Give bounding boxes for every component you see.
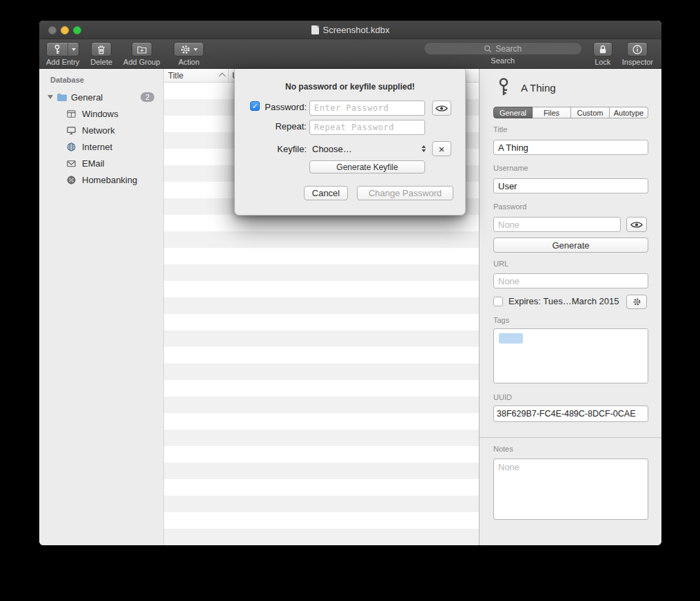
group-label: General [71,92,103,103]
minimize-button[interactable] [61,26,69,34]
keyfile-label: Keyfile: [262,144,307,154]
sidebar-header: Database [50,76,163,84]
group-label: EMail [82,158,105,169]
keyfile-value: Choose… [312,144,352,154]
globe-icon [66,142,76,152]
sidebar-item-internet[interactable]: Internet [39,138,163,155]
search-placeholder: Search [495,44,522,54]
monitor-icon [66,125,76,136]
folder-plus-icon [136,44,147,55]
inspector-tabs: General Files Custom Autotype [493,107,648,118]
url-label: URL [493,260,508,268]
group-label: Network [82,125,115,136]
lock-icon [597,44,608,55]
search-label: Search [491,56,515,65]
popup-stepper-icon [422,145,426,152]
add-group-label: Add Group [123,58,160,66]
inspector-toggle-button[interactable] [627,42,648,56]
delete-button[interactable] [91,42,112,56]
cancel-label: Cancel [312,188,340,198]
password-field[interactable] [493,217,621,232]
add-group-button[interactable] [132,42,152,56]
info-icon [632,44,643,55]
add-entry-label: Add Entry [46,58,79,66]
expires-settings-button[interactable] [626,295,647,309]
change-password-button[interactable]: Change Password [357,186,453,200]
password-label: Password [493,202,526,211]
notes-field[interactable] [493,458,648,520]
password-checkbox[interactable]: ✓ [250,101,260,111]
uuid-label: UUID [493,393,512,401]
search-input[interactable]: Search [424,42,582,55]
key-icon [493,76,514,98]
add-entry-button[interactable] [46,42,79,56]
tab-general[interactable]: General [493,107,533,118]
tab-files[interactable]: Files [532,107,571,118]
window-title-text: Screenshot.kdbx [323,25,390,35]
tag-token[interactable] [499,333,523,344]
sidebar-item-email[interactable]: EMail [39,155,163,171]
document-icon [311,25,319,34]
password-label: Password: [262,102,307,112]
titlebar[interactable]: Screenshot.kdbx [39,21,661,39]
window-title: Screenshot.kdbx [311,25,390,35]
expires-label: Expires: Tues…March 2015 [508,296,619,306]
clear-keyfile-button[interactable]: × [432,141,451,156]
action-label: Action [178,58,200,66]
show-password-button[interactable] [432,101,451,116]
add-entry-dropdown[interactable] [68,42,79,56]
tags-label: Tags [493,316,509,324]
divider [480,437,661,438]
folder-icon [56,92,68,103]
sort-ascending-icon [219,73,226,80]
toolbar: Add Entry Delete Add Group [39,39,661,69]
lock-button[interactable] [593,42,612,56]
disclosure-triangle-icon[interactable] [48,95,53,99]
action-button[interactable] [174,42,204,56]
envelope-icon [66,158,76,169]
show-password-button[interactable] [626,217,647,232]
sidebar-item-general[interactable]: General 2 [39,89,163,105]
group-label: Internet [82,142,112,152]
generate-label: Generate [552,240,589,251]
generate-password-button[interactable]: Generate [493,238,648,253]
generate-keyfile-label: Generate Keyfile [336,162,398,172]
column-divider[interactable] [228,69,229,82]
sidebar-item-homebanking[interactable]: Homebanking [39,171,163,188]
group-count-badge: 2 [141,92,154,102]
close-icon: × [439,143,445,155]
username-label: Username [493,164,528,172]
tab-autotype[interactable]: Autotype [609,107,648,118]
tab-custom[interactable]: Custom [570,107,610,118]
title-field[interactable] [493,140,648,155]
repeat-password-input[interactable] [309,120,425,135]
window-icon [66,109,76,119]
title-label: Title [493,125,507,134]
sidebar-item-network[interactable]: Network [39,122,163,138]
username-field[interactable] [493,178,648,193]
group-label: Homebanking [82,175,137,185]
chevron-down-icon [194,48,198,51]
sidebar-item-windows[interactable]: Windows [39,105,163,122]
expires-checkbox[interactable] [493,297,503,306]
app-window: Screenshot.kdbx Add Entry [39,21,661,545]
delete-label: Delete [90,58,112,66]
close-button[interactable] [48,26,56,34]
column-header-title[interactable]: Title [168,71,183,81]
search-icon [484,45,492,53]
chevron-down-icon [72,48,76,51]
cancel-button[interactable]: Cancel [304,186,348,200]
zoom-button[interactable] [73,26,81,34]
coin-icon [66,175,76,185]
inspector-label: Inspector [622,58,653,66]
dialog-message: No password or keyfile supplied! [235,82,465,92]
keyfile-popup[interactable]: Choose… [312,142,426,156]
repeat-label: Repeat: [262,121,307,131]
password-input[interactable] [309,101,425,116]
url-field[interactable] [493,273,648,288]
uuid-field[interactable] [493,405,648,422]
change-password-dialog: No password or keyfile supplied! ✓ Passw… [234,69,466,215]
change-password-label: Change Password [369,188,442,198]
generate-keyfile-button[interactable]: Generate Keyfile [309,160,425,173]
tags-field[interactable] [493,328,648,383]
